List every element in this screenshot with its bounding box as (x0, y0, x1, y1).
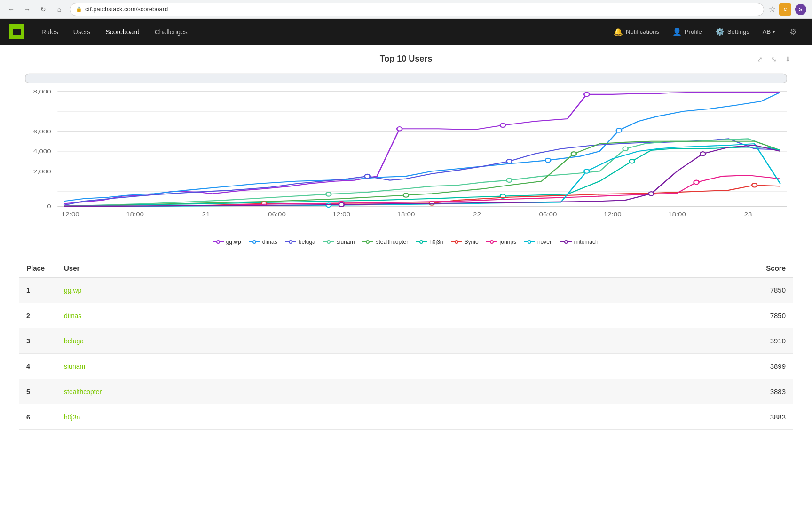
forward-button[interactable]: → (22, 4, 33, 15)
nav-users[interactable]: Users (66, 19, 98, 45)
svg-text:23: 23 (744, 211, 752, 217)
score-5: 3883 (501, 379, 793, 404)
svg-point-35 (623, 147, 628, 151)
table-row: 6 h0j3n 3883 (19, 404, 793, 430)
score-4: 3899 (501, 354, 793, 379)
user-link-5[interactable]: stealthcopter (64, 388, 102, 396)
user-link-6[interactable]: h0j3n (64, 413, 80, 421)
caido-extension[interactable]: C (779, 3, 791, 16)
nav-challenges[interactable]: Challenges (147, 19, 195, 45)
table-row: 2 dimas 7850 (19, 303, 793, 328)
legend-stealthcopter: stealthcopter (362, 239, 408, 245)
legend-noven: noven (524, 239, 553, 245)
global-gear-icon: ⚙ (789, 27, 797, 37)
download-chart-button[interactable]: ⬇ (783, 54, 793, 64)
user-1: gg.wp (56, 277, 501, 303)
svg-point-39 (629, 159, 634, 163)
score-3: 3910 (501, 328, 793, 354)
chart-title: Top 10 Users (19, 54, 793, 64)
user-link-4[interactable]: siunam (64, 363, 85, 370)
svg-point-26 (397, 127, 402, 131)
svg-point-31 (365, 174, 370, 179)
scoreboard-body: 1 gg.wp 7850 2 dimas 7850 3 beluga 3910 … (19, 277, 793, 430)
place-4: 4 (19, 354, 56, 379)
legend-mitomachi-label: mitomachi (574, 239, 600, 245)
svg-point-49 (700, 152, 705, 156)
browser-actions: ☆ C S (769, 3, 806, 16)
user-4: siunam (56, 354, 501, 379)
chart-container: Top 10 Users ⤢ ⤡ ⬇ 8,000 6,000 (19, 54, 793, 245)
legend-siunam: siunam (323, 239, 355, 245)
nav-logo[interactable] (9, 24, 24, 39)
user-link-3[interactable]: beluga (64, 337, 84, 345)
svg-point-34 (507, 178, 512, 182)
svg-point-46 (584, 169, 589, 173)
user-6: h0j3n (56, 404, 501, 430)
back-button[interactable]: ← (6, 4, 17, 15)
url-bar[interactable]: 🔒 ctf.patchstack.com/scoreboard (70, 3, 764, 16)
profile-button[interactable]: 👤 Profile (667, 19, 708, 45)
legend-ggwp-label: gg.wp (226, 239, 241, 245)
place-6: 6 (19, 404, 56, 430)
legend-h0j3n-label: h0j3n (429, 239, 443, 245)
user-5: stealthcopter (56, 379, 501, 404)
main-content: Top 10 Users ⤢ ⤡ ⬇ 8,000 6,000 (0, 45, 812, 520)
svg-rect-0 (25, 74, 787, 83)
place-column-header: Place (19, 259, 56, 277)
logo-inner (13, 29, 21, 35)
user-link-2[interactable]: dimas (64, 312, 81, 319)
language-selector[interactable]: AB ▼ (757, 19, 782, 45)
svg-text:22: 22 (473, 211, 481, 217)
svg-text:12:00: 12:00 (604, 211, 622, 217)
chart-legend: gg.wp dimas beluga siunam (19, 239, 793, 245)
global-settings-button[interactable]: ⚙ (784, 19, 803, 45)
bookmark-icon[interactable]: ☆ (769, 5, 775, 14)
legend-jonnps-label: jonnps (500, 239, 516, 245)
place-2: 2 (19, 303, 56, 328)
lock-icon: 🔒 (76, 6, 82, 12)
nav-right: 🔔 Notifications 👤 Profile ⚙️ Settings AB… (608, 19, 803, 45)
scoreboard-header-row: Place User Score (19, 259, 793, 277)
svg-text:06:00: 06:00 (539, 211, 557, 217)
legend-synio-label: Synio (465, 239, 479, 245)
svg-text:0: 0 (47, 203, 51, 210)
score-column-header: Score (501, 259, 793, 277)
table-row: 4 siunam 3899 (19, 354, 793, 379)
svg-text:18:00: 18:00 (668, 211, 686, 217)
score-6: 3883 (501, 404, 793, 430)
refresh-button[interactable]: ↻ (38, 4, 49, 15)
legend-dimas: dimas (249, 239, 277, 245)
profile-label: Profile (685, 28, 702, 35)
shrink-chart-button[interactable]: ⤡ (769, 54, 779, 64)
user-link-1[interactable]: gg.wp (64, 287, 81, 294)
person-icon: 👤 (672, 27, 682, 36)
svg-text:18:00: 18:00 (397, 211, 415, 217)
legend-siunam-label: siunam (337, 239, 355, 245)
table-row: 3 beluga 3910 (19, 328, 793, 354)
legend-h0j3n: h0j3n (416, 239, 443, 245)
svg-point-28 (584, 93, 589, 97)
notifications-button[interactable]: 🔔 Notifications (608, 19, 665, 45)
legend-ggwp: gg.wp (213, 239, 241, 245)
svg-text:2,000: 2,000 (33, 168, 51, 174)
home-button[interactable]: ⌂ (54, 4, 65, 15)
svg-text:6,000: 6,000 (33, 128, 51, 134)
svg-text:4,000: 4,000 (33, 148, 51, 155)
svg-point-36 (403, 193, 409, 197)
user-2: dimas (56, 303, 501, 328)
settings-button[interactable]: ⚙️ Settings (710, 19, 755, 45)
legend-synio: Synio (451, 239, 479, 245)
table-row: 1 gg.wp 7850 (19, 277, 793, 303)
svg-text:12:00: 12:00 (332, 211, 350, 217)
svg-point-37 (571, 152, 576, 156)
expand-chart-button[interactable]: ⤢ (755, 54, 765, 64)
settings-gear-icon: ⚙️ (715, 27, 725, 36)
svg-point-44 (694, 180, 699, 185)
nav-rules[interactable]: Rules (34, 19, 66, 45)
user-column-header: User (56, 259, 501, 277)
user-extension[interactable]: S (795, 4, 806, 15)
place-1: 1 (19, 277, 56, 303)
nav-scoreboard[interactable]: Scoreboard (98, 19, 147, 45)
language-label: AB (763, 28, 771, 35)
chevron-down-icon: ▼ (772, 29, 776, 34)
